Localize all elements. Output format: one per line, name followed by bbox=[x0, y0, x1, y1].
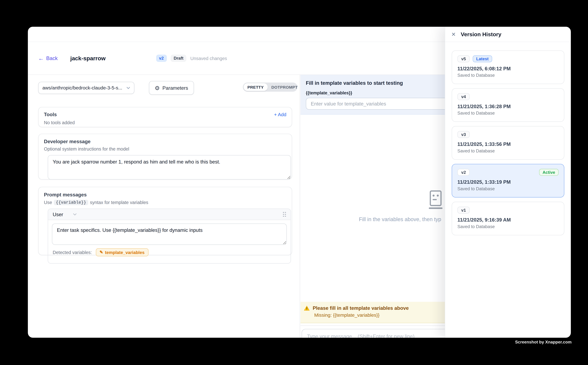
prompt-messages-card: Prompt messages Use {{variable}} syntax … bbox=[38, 187, 292, 255]
toggle-dotprompt[interactable]: DOTPROMPT bbox=[268, 83, 302, 91]
tools-title: Tools bbox=[44, 112, 57, 117]
unsaved-changes-label: Unsaved changes bbox=[190, 56, 227, 61]
version-card-v1[interactable]: v1 11/21/2025, 9:16:39 AM Saved to Datab… bbox=[452, 202, 564, 235]
version-note: Saved to Database bbox=[457, 224, 559, 229]
detected-variables-label: Detected variables: bbox=[53, 250, 92, 255]
version-history-title: Version History bbox=[461, 31, 501, 37]
draft-badge: Draft bbox=[171, 55, 187, 62]
robot-icon bbox=[426, 190, 445, 210]
tools-empty-text: No tools added bbox=[44, 120, 286, 125]
page-title: jack-sparrow bbox=[70, 55, 106, 62]
message-block: User Enter task specifics. Use {{templat… bbox=[48, 209, 291, 264]
developer-message-subtitle: Optional system instructions for the mod… bbox=[44, 146, 286, 152]
version-card-v2-active[interactable]: v2 Active 11/21/2025, 1:33:19 PM Saved t… bbox=[452, 164, 564, 197]
version-note: Saved to Database bbox=[457, 186, 559, 191]
version-history-header: ✕ Version History bbox=[445, 27, 571, 42]
template-syntax-hint: Use {{variable}} syntax for template var… bbox=[44, 200, 286, 205]
pencil-icon: ✎ bbox=[100, 250, 103, 255]
version-card-v4[interactable]: v4 11/21/2025, 1:36:28 PM Saved to Datab… bbox=[452, 88, 564, 122]
version-card-v3[interactable]: v3 11/21/2025, 1:33:56 PM Saved to Datab… bbox=[452, 126, 564, 160]
latest-badge: Latest bbox=[473, 55, 492, 62]
variable-syntax-chip: {{variable}} bbox=[54, 200, 88, 205]
version-id-badge: v4 bbox=[457, 93, 470, 100]
gear-icon: ⚙ bbox=[155, 85, 160, 91]
chat-empty-text: Fill in the variables above, then typ bbox=[359, 216, 441, 222]
screenshot-watermark: Screenshot by Xnapper.com bbox=[515, 340, 572, 344]
version-card-v5[interactable]: v5 Latest 11/22/2025, 6:08:12 PM Saved t… bbox=[452, 50, 564, 84]
message-role-header: User bbox=[48, 209, 291, 220]
version-timestamp: 11/21/2025, 1:33:19 PM bbox=[457, 179, 559, 185]
user-message-input[interactable]: Enter task specifics. Use {{template_var… bbox=[52, 223, 287, 245]
version-history-panel: ✕ Version History v5 Latest 11/22/2025, … bbox=[445, 27, 571, 338]
detected-variable-name: template_variables bbox=[105, 250, 145, 255]
hint-suffix: syntax for template variables bbox=[90, 200, 148, 205]
developer-message-title: Developer message bbox=[44, 139, 286, 144]
app-window: ← Back jack-sparrow v2 Draft Unsaved cha… bbox=[28, 27, 571, 338]
version-note: Saved to Database bbox=[457, 111, 559, 115]
role-select[interactable]: User bbox=[53, 211, 77, 217]
version-note: Saved to Database bbox=[457, 73, 559, 77]
back-label: Back bbox=[46, 55, 58, 61]
version-note: Saved to Database bbox=[457, 148, 559, 153]
model-toolbar: aws/anthropic/bedrock-claude-3-5-s... ⚙ … bbox=[38, 81, 290, 95]
editor-column: aws/anthropic/bedrock-claude-3-5-s... ⚙ … bbox=[28, 75, 300, 338]
tools-card: Tools + Add No tools added bbox=[38, 107, 292, 127]
screenshot-stage: ← Back jack-sparrow v2 Draft Unsaved cha… bbox=[0, 0, 588, 365]
model-select[interactable]: aws/anthropic/bedrock-claude-3-5-s... bbox=[38, 82, 134, 94]
back-arrow-icon: ← bbox=[38, 55, 44, 61]
detected-variable-chip[interactable]: ✎ template_variables bbox=[96, 248, 148, 256]
parameters-button[interactable]: ⚙ Parameters bbox=[149, 81, 194, 95]
drag-handle-icon[interactable] bbox=[283, 212, 286, 217]
developer-message-input[interactable]: You are jack sparrow number 1, respond a… bbox=[48, 155, 291, 180]
version-timestamp: 11/21/2025, 1:33:56 PM bbox=[457, 141, 559, 147]
version-timestamp: 11/21/2025, 1:36:28 PM bbox=[457, 104, 559, 109]
parameters-label: Parameters bbox=[162, 85, 188, 91]
version-id-badge: v3 bbox=[457, 131, 470, 138]
version-badge: v2 bbox=[156, 55, 167, 62]
version-timestamp: 11/21/2025, 9:16:39 AM bbox=[457, 217, 559, 223]
header-badges: v2 Draft Unsaved changes bbox=[156, 55, 227, 62]
close-icon[interactable]: ✕ bbox=[451, 32, 456, 37]
hint-prefix: Use bbox=[44, 200, 52, 205]
version-id-badge: v2 bbox=[457, 169, 470, 176]
version-id-badge: v1 bbox=[457, 207, 470, 213]
back-button[interactable]: ← Back bbox=[38, 55, 58, 61]
version-timestamp: 11/22/2025, 6:08:12 PM bbox=[457, 66, 559, 71]
warning-icon bbox=[304, 305, 310, 311]
warning-title: Please fill in all template variables ab… bbox=[313, 305, 409, 311]
role-select-value: User bbox=[53, 211, 63, 217]
active-badge: Active bbox=[539, 169, 559, 176]
prompt-messages-title: Prompt messages bbox=[44, 192, 286, 197]
detected-variables-row: Detected variables: ✎ template_variables bbox=[52, 245, 287, 260]
toggle-pretty[interactable]: PRETTY bbox=[244, 83, 268, 91]
model-select-value: aws/anthropic/bedrock-claude-3-5-s... bbox=[42, 85, 123, 91]
version-id-badge: v5 bbox=[457, 55, 470, 62]
developer-message-card: Developer message Optional system instru… bbox=[38, 134, 292, 180]
message-body: Enter task specifics. Use {{template_var… bbox=[48, 220, 291, 263]
chevron-down-icon bbox=[126, 87, 130, 89]
chevron-down-icon bbox=[73, 213, 77, 215]
view-mode-toggle: PRETTY DOTPROMPT bbox=[243, 83, 297, 92]
add-tool-button[interactable]: + Add bbox=[274, 112, 286, 117]
